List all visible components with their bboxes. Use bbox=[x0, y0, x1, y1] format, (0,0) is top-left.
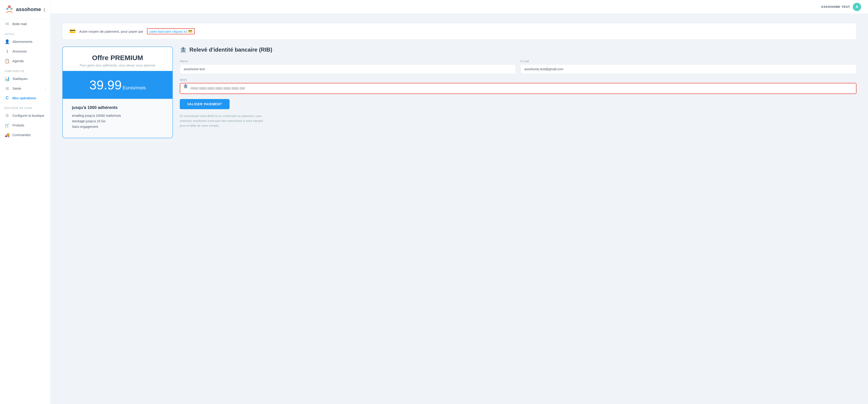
topbar-user: ASSOHOME TEST A bbox=[821, 3, 861, 11]
premium-feature-list: emailing jusqu'a 10000 mails/mois stocka… bbox=[72, 114, 163, 129]
sidebar-item-label: Annonces bbox=[12, 49, 27, 53]
mail-icon: ✉ bbox=[5, 22, 10, 27]
arrow-icon: › bbox=[45, 87, 46, 90]
rib-notice: En fournissant votre IBAN et en confirma… bbox=[180, 114, 267, 128]
sidebar-item-label: Statitiques bbox=[12, 77, 27, 80]
sidebar-section-comptabilite: COMPTABILITÉ bbox=[0, 66, 51, 74]
premium-card-header: Offre PREMIUM Pour gérer plus adhérents,… bbox=[63, 47, 173, 71]
sidebar-item-agenda[interactable]: 📋 Agenda bbox=[0, 56, 51, 66]
sidebar-item-label: Configurer la boutique bbox=[12, 114, 44, 117]
svg-point-1 bbox=[6, 8, 8, 10]
sidebar-item-label: Boite mail bbox=[12, 22, 27, 26]
rib-iban-label: IBAN bbox=[180, 78, 857, 81]
sidebar-item-annonces[interactable]: ℹ Annonces bbox=[0, 46, 51, 56]
grid-icon: ⊞ bbox=[5, 86, 10, 91]
rib-title: 🏦 Relevé d'identité bancaire (RIB) bbox=[180, 46, 857, 53]
rib-section: 🏦 Relevé d'identité bancaire (RIB) Name … bbox=[180, 46, 857, 128]
main-content: ASSOHOME TEST A 💳 Autre moyen de paiemen… bbox=[51, 0, 868, 404]
premium-card: Offre PREMIUM Pour gérer plus adhérents,… bbox=[62, 46, 173, 138]
credit-card-icon: 💳 bbox=[69, 28, 75, 34]
info-icon: ℹ bbox=[5, 49, 10, 54]
sidebar: assohome ❮ ✉ Boite mail OUTILS 👤 Abonnem… bbox=[0, 0, 51, 404]
premium-features: jusqu'à 1000 adhérents emailing jusqu'a … bbox=[63, 99, 173, 138]
sidebar-item-label: Mes opérations bbox=[12, 96, 36, 100]
bank-icon: 🏦 bbox=[180, 46, 187, 53]
rib-name-email-row: Name E-mail bbox=[180, 60, 857, 74]
payment-banner-link[interactable]: carte bancaire cliquez ici 💳 bbox=[147, 28, 195, 34]
calendar-icon: 📋 bbox=[5, 59, 10, 64]
card-icon-inline: 💳 bbox=[188, 29, 192, 33]
two-col-layout: Offre PREMIUM Pour gérer plus adhérents,… bbox=[62, 46, 857, 138]
rib-name-input[interactable] bbox=[180, 64, 516, 74]
list-item: Sans engagement bbox=[72, 125, 163, 129]
truck-icon: 🚚 bbox=[5, 132, 10, 137]
payment-banner: 💳 Autre moyen de paiement, pour payer pa… bbox=[62, 23, 857, 40]
validate-payment-button[interactable]: VALIDER PAIEMENT bbox=[180, 99, 229, 109]
list-item: stockage jusqu'a 10 Go bbox=[72, 119, 163, 123]
sidebar-collapse-icon[interactable]: ❮ bbox=[43, 7, 46, 12]
rib-iban-input[interactable] bbox=[180, 83, 857, 94]
payment-link-box[interactable]: carte bancaire cliquez ici 💳 bbox=[147, 28, 195, 34]
sidebar-item-produits[interactable]: 🛒 Produits bbox=[0, 121, 51, 130]
assohome-logo-icon bbox=[5, 4, 14, 15]
carte-bancaire-link[interactable]: carte bancaire cliquez ici bbox=[149, 30, 187, 33]
rib-iban-field: IBAN 🏦 bbox=[180, 78, 857, 94]
list-item: emailing jusqu'a 10000 mails/mois bbox=[72, 114, 163, 117]
sidebar-section-boutique: BOUTIQUE EN LIGNE bbox=[0, 103, 51, 111]
topbar: ASSOHOME TEST A bbox=[51, 0, 868, 14]
rib-email-input[interactable] bbox=[521, 64, 857, 74]
iban-bank-icon: 🏦 bbox=[183, 83, 188, 89]
sidebar-item-configurer-boutique[interactable]: ⚙ Configurer la boutique bbox=[0, 111, 51, 121]
chart-icon: 📊 bbox=[5, 76, 10, 81]
sidebar-logo: assohome ❮ bbox=[0, 0, 51, 19]
sidebar-item-label: Abonnements bbox=[12, 40, 32, 43]
gear-icon: ⚙ bbox=[5, 113, 10, 118]
logo-text: assohome bbox=[16, 6, 41, 12]
premium-title: Offre PREMIUM bbox=[72, 54, 163, 62]
sidebar-item-boite-mail[interactable]: ✉ Boite mail bbox=[0, 19, 51, 29]
operations-icon: C bbox=[5, 96, 10, 100]
sidebar-item-label: Agenda bbox=[12, 59, 24, 63]
sidebar-item-mes-operations[interactable]: C Mes opérations bbox=[0, 93, 51, 103]
sidebar-item-label: Commandes bbox=[12, 133, 31, 137]
payment-banner-text: Autre moyen de paiement, pour payer par bbox=[79, 30, 143, 33]
premium-main-feature: jusqu'à 1000 adhérents bbox=[72, 105, 163, 110]
rib-email-field: E-mail bbox=[521, 60, 857, 74]
sidebar-item-abonnements[interactable]: 👤 Abonnements bbox=[0, 37, 51, 46]
sidebar-item-statistiques[interactable]: 📊 Statitiques bbox=[0, 74, 51, 83]
topbar-username: ASSOHOME TEST bbox=[821, 5, 850, 8]
cart-icon: 🛒 bbox=[5, 123, 10, 128]
rib-name-label: Name bbox=[180, 60, 516, 63]
sidebar-item-commandes[interactable]: 🚚 Commandes bbox=[0, 130, 51, 140]
rib-email-label: E-mail bbox=[521, 60, 857, 63]
rib-name-field: Name bbox=[180, 60, 516, 74]
sidebar-item-label: Saisie bbox=[12, 87, 21, 90]
svg-point-2 bbox=[10, 8, 12, 10]
sidebar-item-saisie[interactable]: ⊞ Saisie › bbox=[0, 83, 51, 93]
user-avatar[interactable]: A bbox=[853, 3, 861, 11]
page-content: 💳 Autre moyen de paiement, pour payer pa… bbox=[51, 14, 868, 404]
user-icon: 👤 bbox=[5, 39, 10, 44]
sidebar-item-label: Produits bbox=[12, 124, 24, 127]
premium-price: 39.99 bbox=[89, 78, 122, 92]
svg-point-0 bbox=[8, 5, 11, 8]
premium-subtitle: Pour gérer plus adhérents, vous devez vo… bbox=[72, 64, 163, 67]
sidebar-section-outils: OUTILS bbox=[0, 29, 51, 37]
premium-period: Euros/mois bbox=[123, 85, 146, 90]
premium-price-box: 39.99 Euros/mois bbox=[63, 71, 173, 99]
